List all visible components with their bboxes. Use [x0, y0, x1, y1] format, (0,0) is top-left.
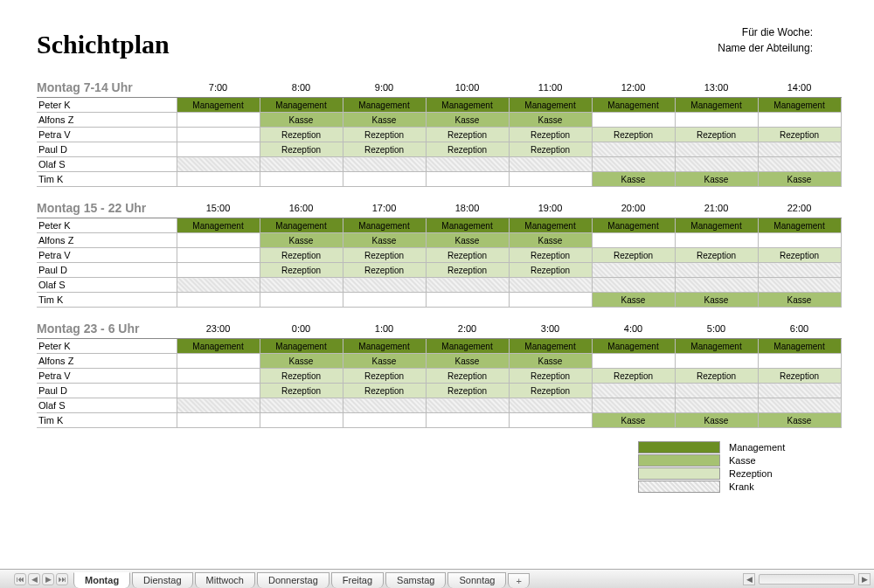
shift-cell[interactable]: [675, 233, 758, 248]
shift-cell[interactable]: Rezeption: [509, 263, 592, 278]
shift-cell[interactable]: Rezeption: [260, 142, 343, 157]
shift-cell[interactable]: Rezeption: [260, 128, 343, 142]
shift-cell[interactable]: [675, 354, 758, 369]
sheet-tab[interactable]: Mittwoch: [195, 572, 255, 588]
shift-cell[interactable]: Rezeption: [675, 128, 758, 142]
shift-cell[interactable]: [343, 398, 426, 413]
shift-cell[interactable]: Rezeption: [592, 369, 675, 384]
shift-cell[interactable]: Rezeption: [343, 263, 426, 278]
shift-cell[interactable]: Management: [592, 339, 675, 354]
shift-cell[interactable]: Rezeption: [675, 369, 758, 384]
shift-cell[interactable]: Management: [343, 98, 426, 113]
shift-cell[interactable]: Rezeption: [260, 248, 343, 263]
shift-cell[interactable]: [592, 278, 675, 293]
shift-cell[interactable]: Management: [509, 98, 592, 113]
shift-cell[interactable]: [343, 157, 426, 172]
shift-cell[interactable]: [177, 354, 260, 369]
shift-cell[interactable]: [343, 293, 426, 308]
shift-cell[interactable]: Kasse: [343, 113, 426, 128]
shift-cell[interactable]: Kasse: [509, 233, 592, 248]
shift-cell[interactable]: Rezeption: [509, 142, 592, 157]
shift-cell[interactable]: Rezeption: [509, 248, 592, 263]
tab-last-icon[interactable]: ⏭: [56, 573, 68, 585]
shift-cell[interactable]: [177, 248, 260, 263]
tab-first-icon[interactable]: ⏮: [14, 573, 26, 585]
shift-cell[interactable]: Management: [758, 339, 841, 354]
shift-cell[interactable]: [509, 278, 592, 293]
shift-cell[interactable]: [592, 354, 675, 369]
shift-cell[interactable]: [426, 293, 509, 308]
shift-cell[interactable]: Rezeption: [509, 128, 592, 142]
shift-cell[interactable]: [177, 278, 260, 293]
shift-cell[interactable]: Rezeption: [260, 369, 343, 384]
shift-cell[interactable]: [758, 398, 841, 413]
shift-cell[interactable]: Kasse: [509, 354, 592, 369]
shift-cell[interactable]: [260, 413, 343, 428]
shift-cell[interactable]: [758, 263, 841, 278]
sheet-tab[interactable]: Sonntag: [447, 572, 506, 588]
shift-cell[interactable]: Rezeption: [758, 248, 841, 263]
shift-cell[interactable]: [343, 413, 426, 428]
shift-cell[interactable]: [675, 142, 758, 157]
shift-cell[interactable]: Kasse: [426, 113, 509, 128]
shift-cell[interactable]: Rezeption: [426, 128, 509, 142]
sheet-tab[interactable]: Freitag: [331, 572, 384, 588]
shift-cell[interactable]: Management: [260, 218, 343, 233]
hscroll-right-icon[interactable]: ▶: [858, 573, 871, 585]
shift-cell[interactable]: [758, 157, 841, 172]
shift-cell[interactable]: Rezeption: [426, 142, 509, 157]
shift-cell[interactable]: [177, 398, 260, 413]
tab-next-icon[interactable]: ▶: [42, 573, 54, 585]
shift-cell[interactable]: [758, 384, 841, 398]
shift-cell[interactable]: [343, 278, 426, 293]
shift-cell[interactable]: Rezeption: [343, 142, 426, 157]
shift-cell[interactable]: Rezeption: [343, 248, 426, 263]
shift-cell[interactable]: Kasse: [260, 113, 343, 128]
shift-cell[interactable]: Kasse: [592, 413, 675, 428]
shift-cell[interactable]: Kasse: [343, 354, 426, 369]
hscroll-left-icon[interactable]: ◀: [743, 573, 755, 585]
shift-cell[interactable]: Rezeption: [509, 369, 592, 384]
shift-cell[interactable]: Management: [260, 339, 343, 354]
shift-cell[interactable]: [592, 233, 675, 248]
shift-cell[interactable]: [509, 398, 592, 413]
shift-cell[interactable]: Rezeption: [343, 384, 426, 398]
shift-cell[interactable]: Kasse: [260, 233, 343, 248]
shift-cell[interactable]: [592, 113, 675, 128]
shift-cell[interactable]: Management: [675, 98, 758, 113]
tab-prev-icon[interactable]: ◀: [28, 573, 40, 585]
shift-cell[interactable]: Rezeption: [592, 248, 675, 263]
shift-cell[interactable]: [758, 233, 841, 248]
shift-cell[interactable]: Rezeption: [426, 248, 509, 263]
shift-cell[interactable]: Kasse: [343, 233, 426, 248]
shift-cell[interactable]: Rezeption: [426, 384, 509, 398]
shift-cell[interactable]: [426, 413, 509, 428]
shift-cell[interactable]: Management: [177, 98, 260, 113]
shift-cell[interactable]: [675, 384, 758, 398]
shift-cell[interactable]: Rezeption: [758, 369, 841, 384]
shift-cell[interactable]: [177, 157, 260, 172]
add-sheet-tab[interactable]: +: [508, 573, 529, 588]
shift-cell[interactable]: [177, 384, 260, 398]
shift-cell[interactable]: [675, 398, 758, 413]
shift-cell[interactable]: Kasse: [758, 172, 841, 187]
shift-cell[interactable]: Rezeption: [426, 263, 509, 278]
shift-cell[interactable]: Management: [758, 98, 841, 113]
shift-cell[interactable]: [592, 142, 675, 157]
shift-cell[interactable]: Management: [177, 218, 260, 233]
shift-cell[interactable]: Rezeption: [509, 384, 592, 398]
shift-cell[interactable]: [177, 172, 260, 187]
shift-cell[interactable]: Kasse: [509, 113, 592, 128]
shift-cell[interactable]: Management: [675, 339, 758, 354]
shift-cell[interactable]: Management: [509, 339, 592, 354]
shift-cell[interactable]: Management: [426, 339, 509, 354]
shift-cell[interactable]: [758, 278, 841, 293]
shift-cell[interactable]: Rezeption: [592, 128, 675, 142]
shift-cell[interactable]: Kasse: [675, 293, 758, 308]
shift-cell[interactable]: [177, 113, 260, 128]
shift-cell[interactable]: Management: [509, 218, 592, 233]
shift-cell[interactable]: [758, 354, 841, 369]
shift-cell[interactable]: Management: [592, 98, 675, 113]
shift-cell[interactable]: [592, 384, 675, 398]
shift-cell[interactable]: [177, 293, 260, 308]
